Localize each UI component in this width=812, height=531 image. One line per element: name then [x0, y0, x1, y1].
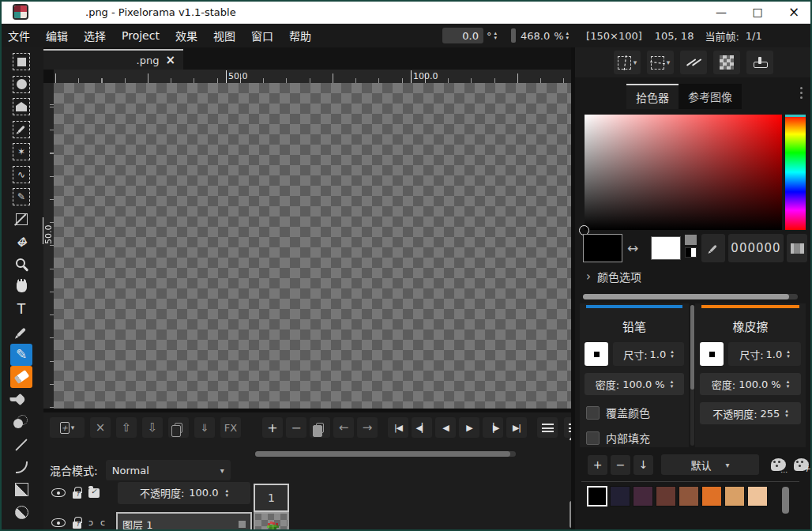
primary-color-swatch[interactable] [583, 234, 622, 262]
color-select-tool[interactable] [10, 119, 32, 141]
add-frame-button[interactable]: + [262, 417, 283, 438]
shading-tool[interactable] [10, 411, 32, 433]
paint-select-tool[interactable]: ✎ [10, 186, 32, 208]
hue-cursor[interactable] [785, 115, 806, 117]
dynamics-button[interactable] [746, 51, 773, 74]
menu-select[interactable]: 选择 [76, 28, 114, 43]
zoom-stepper-icon[interactable]: ▴▾ [566, 31, 570, 40]
eraser-density-slider[interactable]: 密度:100.0 %▴▾ [700, 373, 801, 395]
pencil-density-slider[interactable]: 密度:100.0 %▴▾ [585, 373, 684, 395]
close-button[interactable]: × [776, 0, 812, 24]
copy-frame-button[interactable] [310, 417, 330, 438]
eraser-tool[interactable] [10, 366, 32, 388]
zoom-tool[interactable] [10, 254, 32, 276]
palette-swatch[interactable] [587, 486, 607, 507]
palette-swatch[interactable] [701, 486, 722, 507]
pencil-size-spinbox[interactable]: 尺寸:1.0 ▴▾ [613, 342, 684, 366]
expand-layer-icon[interactable]: ɔ [88, 518, 93, 528]
timeline-scrollbar[interactable] [255, 451, 516, 457]
move-tool[interactable] [10, 231, 32, 253]
eraser-brush-button[interactable] [700, 342, 724, 366]
crop-tool[interactable] [10, 209, 32, 231]
hue-slider[interactable] [785, 115, 806, 230]
maximize-button[interactable]: □ [739, 0, 776, 24]
rectangle-select-tool[interactable] [10, 51, 32, 73]
color-options-expander[interactable]: › 颜色选项 [586, 269, 641, 284]
palette-swatch[interactable] [724, 486, 745, 507]
pencil-tool[interactable]: ✎ [10, 344, 32, 366]
frame-list-button[interactable] [537, 417, 558, 438]
rotation-spinbox[interactable]: 0.0 [442, 28, 483, 43]
vertical-mirror-button[interactable]: ▾ [647, 51, 674, 74]
fx-button[interactable]: FX [220, 417, 241, 438]
sort-palette-button[interactable]: ↓ [633, 455, 653, 475]
polygon-select-tool[interactable] [10, 96, 32, 118]
rectangle-tool[interactable] [10, 479, 32, 501]
eraser-opacity-slider[interactable]: 不透明度:255 ▴▾ [700, 402, 801, 424]
color-mode-button[interactable] [787, 234, 807, 262]
palette-swatch[interactable] [610, 486, 630, 507]
cel-thumbnail[interactable] [254, 512, 289, 531]
ellipse-tool[interactable] [10, 501, 32, 523]
play-backwards-button[interactable]: ◀ [435, 417, 456, 438]
fill-inside-checkbox[interactable] [586, 431, 600, 445]
menu-file[interactable]: 文件 [0, 28, 38, 43]
canvas-tab[interactable]: .png × [43, 49, 183, 70]
last-frame-button[interactable]: ▶| [506, 417, 527, 438]
layer1-visibility-icon[interactable] [51, 518, 66, 527]
eraser-size-spinbox[interactable]: 尺寸:1.0 ▴▾ [728, 342, 801, 366]
color-picker-tool[interactable] [10, 321, 32, 343]
black-white-reset-icon[interactable] [685, 247, 697, 258]
saturation-value-picker[interactable] [585, 115, 782, 230]
magic-wand-tool[interactable]: ✶ [10, 141, 32, 163]
curve-tool[interactable] [10, 456, 32, 478]
new-palette-button[interactable] [791, 455, 811, 475]
zoom-value[interactable]: 468.0 [521, 30, 550, 42]
next-frame-button[interactable]: ▕▶ [483, 417, 503, 438]
add-layer-button[interactable]: +▾ [50, 417, 85, 438]
line-tool[interactable] [10, 434, 32, 456]
overwrite-color-row[interactable]: 覆盖颜色 [586, 405, 689, 420]
pencil-brush-button[interactable] [585, 342, 608, 366]
move-layer-down-button[interactable]: ⇩ [142, 417, 163, 438]
panel-menu-icon[interactable] [800, 87, 803, 99]
ellipse-select-tool[interactable] [10, 73, 32, 96]
secondary-color-swatch[interactable] [651, 236, 681, 260]
zoom-slider-handle[interactable] [511, 28, 516, 43]
text-tool[interactable]: T [10, 299, 32, 321]
clone-layer-button[interactable] [168, 417, 189, 438]
frame-1-button[interactable]: 1 [254, 484, 289, 512]
horizontal-mirror-button[interactable]: ▾ [614, 51, 641, 74]
play-button[interactable]: ▶ [459, 417, 479, 438]
tab-color-picker[interactable]: 拾色器 [626, 84, 679, 109]
menu-help[interactable]: 帮助 [281, 28, 319, 43]
swap-colors-icon[interactable]: ↔ [627, 240, 638, 256]
vertical-ruler[interactable]: 50.0 [43, 83, 54, 409]
layer-lock-icon[interactable] [73, 491, 81, 499]
palette-select[interactable]: 默认▾ [661, 454, 759, 475]
layer-name-field[interactable]: 图层 1 [116, 512, 252, 531]
layer-row[interactable]: ɔ c 图层 1 [51, 517, 105, 529]
eyedropper-button[interactable] [701, 234, 725, 262]
horizontal-ruler[interactable]: 50.0 100.0 [54, 70, 575, 83]
fill-inside-row[interactable]: 内部填充 [586, 430, 689, 446]
palette-swatch[interactable] [656, 486, 676, 507]
menu-view[interactable]: 视图 [205, 28, 243, 43]
palette-scrollbar[interactable] [782, 487, 789, 514]
first-frame-button[interactable]: |◀ [388, 417, 408, 438]
default-colors-icon[interactable] [685, 235, 697, 245]
hex-color-field[interactable]: 000000 [728, 234, 784, 262]
transparency-background-button[interactable] [713, 51, 740, 74]
move-frame-left-button[interactable]: ← [333, 417, 354, 438]
remove-color-button[interactable]: − [611, 455, 630, 475]
menu-edit[interactable]: 编辑 [38, 28, 76, 43]
remove-layer-button[interactable]: × [90, 417, 111, 438]
rotation-stepper-icon[interactable]: ▴▾ [494, 31, 498, 40]
remove-frame-button[interactable]: − [286, 417, 306, 438]
palette-swatch[interactable] [747, 486, 768, 507]
menu-effects[interactable]: 效果 [167, 28, 205, 43]
add-color-button[interactable]: + [588, 455, 607, 475]
move-frame-right-button[interactable]: → [357, 417, 378, 438]
palette-swatch[interactable] [633, 486, 653, 507]
drawing-canvas[interactable] [54, 83, 575, 409]
